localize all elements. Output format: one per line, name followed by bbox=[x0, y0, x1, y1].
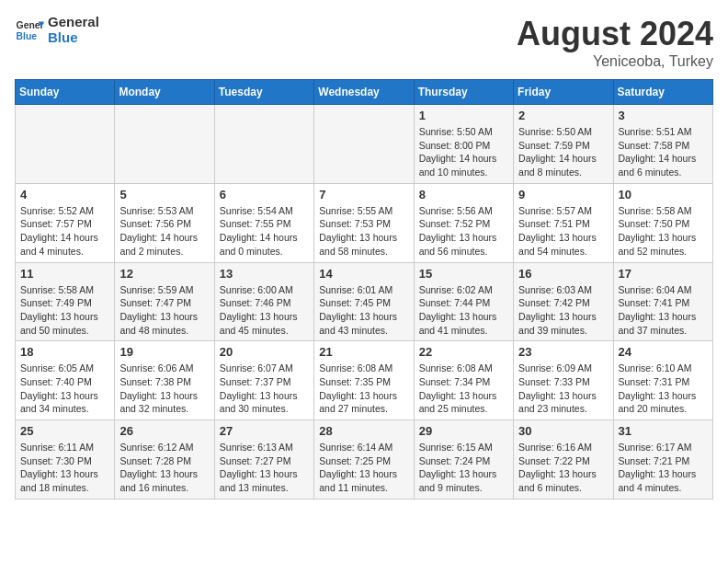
logo-icon: General Blue bbox=[15, 16, 44, 45]
weekday-header-sunday: Sunday bbox=[16, 80, 115, 105]
calendar-cell: 30Sunrise: 6:16 AMSunset: 7:22 PMDayligh… bbox=[514, 420, 613, 500]
day-info: Sunrise: 5:58 AMSunset: 7:49 PMDaylight:… bbox=[20, 283, 109, 338]
calendar-cell: 16Sunrise: 6:03 AMSunset: 7:42 PMDayligh… bbox=[514, 262, 613, 341]
calendar-cell: 20Sunrise: 6:07 AMSunset: 7:37 PMDayligh… bbox=[214, 341, 313, 420]
day-info: Sunrise: 5:58 AMSunset: 7:50 PMDaylight:… bbox=[619, 204, 708, 259]
calendar-cell: 2Sunrise: 5:50 AMSunset: 7:59 PMDaylight… bbox=[514, 105, 613, 184]
day-number: 1 bbox=[419, 109, 508, 122]
calendar-cell: 7Sunrise: 5:55 AMSunset: 7:53 PMDaylight… bbox=[314, 183, 414, 262]
day-number: 18 bbox=[20, 345, 109, 359]
calendar-cell: 21Sunrise: 6:08 AMSunset: 7:35 PMDayligh… bbox=[314, 341, 414, 420]
day-info: Sunrise: 5:59 AMSunset: 7:47 PMDaylight:… bbox=[119, 283, 209, 338]
day-info: Sunrise: 5:52 AMSunset: 7:57 PMDaylight:… bbox=[20, 204, 109, 259]
weekday-header-row: SundayMondayTuesdayWednesdayThursdayFrid… bbox=[16, 80, 713, 105]
day-info: Sunrise: 6:06 AMSunset: 7:38 PMDaylight:… bbox=[119, 362, 209, 416]
weekday-header-saturday: Saturday bbox=[613, 80, 712, 105]
calendar-cell: 23Sunrise: 6:09 AMSunset: 7:33 PMDayligh… bbox=[514, 341, 613, 420]
calendar-cell: 5Sunrise: 5:53 AMSunset: 7:56 PMDaylight… bbox=[115, 183, 214, 262]
calendar-cell: 18Sunrise: 6:05 AMSunset: 7:40 PMDayligh… bbox=[16, 341, 115, 420]
logo-general: General bbox=[48, 15, 99, 30]
day-info: Sunrise: 6:03 AMSunset: 7:42 PMDaylight:… bbox=[518, 283, 608, 338]
day-info: Sunrise: 5:55 AMSunset: 7:53 PMDaylight:… bbox=[319, 204, 408, 259]
day-info: Sunrise: 6:16 AMSunset: 7:22 PMDaylight:… bbox=[518, 441, 608, 495]
day-number: 26 bbox=[119, 424, 209, 438]
calendar-cell: 17Sunrise: 6:04 AMSunset: 7:41 PMDayligh… bbox=[613, 262, 712, 341]
calendar-cell: 15Sunrise: 6:02 AMSunset: 7:44 PMDayligh… bbox=[414, 262, 513, 341]
day-number: 19 bbox=[119, 345, 209, 359]
calendar-cell bbox=[115, 105, 214, 184]
day-info: Sunrise: 6:08 AMSunset: 7:34 PMDaylight:… bbox=[419, 362, 508, 416]
calendar-cell: 10Sunrise: 5:58 AMSunset: 7:50 PMDayligh… bbox=[613, 183, 712, 262]
day-info: Sunrise: 5:53 AMSunset: 7:56 PMDaylight:… bbox=[119, 204, 209, 259]
calendar-cell: 22Sunrise: 6:08 AMSunset: 7:34 PMDayligh… bbox=[414, 341, 513, 420]
day-number: 4 bbox=[20, 188, 109, 201]
day-info: Sunrise: 6:07 AMSunset: 7:37 PMDaylight:… bbox=[220, 362, 309, 416]
day-number: 5 bbox=[119, 188, 209, 201]
calendar-cell: 1Sunrise: 5:50 AMSunset: 8:00 PMDaylight… bbox=[414, 105, 513, 184]
calendar-week-row: 1Sunrise: 5:50 AMSunset: 8:00 PMDaylight… bbox=[16, 105, 713, 184]
day-number: 25 bbox=[20, 424, 109, 438]
weekday-header-monday: Monday bbox=[115, 80, 214, 105]
day-number: 28 bbox=[319, 424, 408, 438]
day-info: Sunrise: 6:02 AMSunset: 7:44 PMDaylight:… bbox=[419, 283, 508, 338]
calendar-cell: 27Sunrise: 6:13 AMSunset: 7:27 PMDayligh… bbox=[214, 420, 313, 500]
calendar-cell: 28Sunrise: 6:14 AMSunset: 7:25 PMDayligh… bbox=[314, 420, 414, 500]
calendar-header: SundayMondayTuesdayWednesdayThursdayFrid… bbox=[16, 80, 713, 105]
calendar-cell: 9Sunrise: 5:57 AMSunset: 7:51 PMDaylight… bbox=[514, 183, 613, 262]
day-info: Sunrise: 6:04 AMSunset: 7:41 PMDaylight:… bbox=[619, 283, 708, 338]
calendar-cell: 3Sunrise: 5:51 AMSunset: 7:58 PMDaylight… bbox=[613, 105, 712, 184]
day-number: 17 bbox=[619, 267, 708, 281]
day-info: Sunrise: 6:01 AMSunset: 7:45 PMDaylight:… bbox=[319, 283, 408, 338]
day-number: 8 bbox=[419, 188, 508, 201]
weekday-header-thursday: Thursday bbox=[414, 80, 513, 105]
calendar-cell bbox=[214, 105, 313, 184]
calendar-cell: 8Sunrise: 5:56 AMSunset: 7:52 PMDaylight… bbox=[414, 183, 513, 262]
day-info: Sunrise: 6:15 AMSunset: 7:24 PMDaylight:… bbox=[419, 441, 508, 495]
calendar-cell: 31Sunrise: 6:17 AMSunset: 7:21 PMDayligh… bbox=[613, 420, 712, 500]
month-year-title: August 2024 bbox=[517, 15, 713, 53]
weekday-header-friday: Friday bbox=[514, 80, 613, 105]
day-info: Sunrise: 6:17 AMSunset: 7:21 PMDaylight:… bbox=[619, 441, 708, 495]
calendar-week-row: 18Sunrise: 6:05 AMSunset: 7:40 PMDayligh… bbox=[16, 341, 713, 420]
location-subtitle: Yeniceoba, Turkey bbox=[517, 53, 713, 70]
day-number: 12 bbox=[119, 267, 209, 281]
calendar-week-row: 11Sunrise: 5:58 AMSunset: 7:49 PMDayligh… bbox=[16, 262, 713, 341]
day-info: Sunrise: 6:05 AMSunset: 7:40 PMDaylight:… bbox=[20, 362, 109, 416]
calendar-cell: 29Sunrise: 6:15 AMSunset: 7:24 PMDayligh… bbox=[414, 420, 513, 500]
day-info: Sunrise: 5:50 AMSunset: 8:00 PMDaylight:… bbox=[419, 125, 508, 179]
day-number: 10 bbox=[619, 188, 708, 201]
day-number: 30 bbox=[518, 424, 608, 438]
day-number: 22 bbox=[419, 345, 508, 359]
day-number: 6 bbox=[220, 188, 309, 201]
calendar-cell: 14Sunrise: 6:01 AMSunset: 7:45 PMDayligh… bbox=[314, 262, 414, 341]
day-info: Sunrise: 5:51 AMSunset: 7:58 PMDaylight:… bbox=[619, 125, 708, 179]
calendar-cell: 12Sunrise: 5:59 AMSunset: 7:47 PMDayligh… bbox=[115, 262, 214, 341]
calendar-cell: 19Sunrise: 6:06 AMSunset: 7:38 PMDayligh… bbox=[115, 341, 214, 420]
day-number: 11 bbox=[20, 267, 109, 281]
calendar-cell bbox=[314, 105, 414, 184]
day-number: 16 bbox=[518, 267, 608, 281]
day-info: Sunrise: 5:57 AMSunset: 7:51 PMDaylight:… bbox=[518, 204, 608, 259]
day-number: 24 bbox=[619, 345, 708, 359]
title-block: August 2024 Yeniceoba, Turkey bbox=[517, 15, 713, 70]
svg-text:Blue: Blue bbox=[17, 30, 38, 40]
day-number: 13 bbox=[220, 267, 309, 281]
day-number: 2 bbox=[518, 109, 608, 122]
day-info: Sunrise: 6:10 AMSunset: 7:31 PMDaylight:… bbox=[619, 362, 708, 416]
day-info: Sunrise: 5:50 AMSunset: 7:59 PMDaylight:… bbox=[518, 125, 608, 179]
page-header: General Blue General Blue August 2024 Ye… bbox=[15, 15, 713, 70]
calendar-week-row: 4Sunrise: 5:52 AMSunset: 7:57 PMDaylight… bbox=[16, 183, 713, 262]
day-number: 14 bbox=[319, 267, 408, 281]
calendar-body: 1Sunrise: 5:50 AMSunset: 8:00 PMDaylight… bbox=[16, 105, 713, 500]
day-info: Sunrise: 6:14 AMSunset: 7:25 PMDaylight:… bbox=[319, 441, 408, 495]
day-info: Sunrise: 5:54 AMSunset: 7:55 PMDaylight:… bbox=[220, 204, 309, 259]
day-number: 3 bbox=[619, 109, 708, 122]
calendar-cell: 13Sunrise: 6:00 AMSunset: 7:46 PMDayligh… bbox=[214, 262, 313, 341]
day-number: 15 bbox=[419, 267, 508, 281]
calendar-cell: 26Sunrise: 6:12 AMSunset: 7:28 PMDayligh… bbox=[115, 420, 214, 500]
day-info: Sunrise: 6:13 AMSunset: 7:27 PMDaylight:… bbox=[220, 441, 309, 495]
day-info: Sunrise: 6:00 AMSunset: 7:46 PMDaylight:… bbox=[220, 283, 309, 338]
day-info: Sunrise: 6:12 AMSunset: 7:28 PMDaylight:… bbox=[119, 441, 209, 495]
day-number: 23 bbox=[518, 345, 608, 359]
day-info: Sunrise: 6:11 AMSunset: 7:30 PMDaylight:… bbox=[20, 441, 109, 495]
